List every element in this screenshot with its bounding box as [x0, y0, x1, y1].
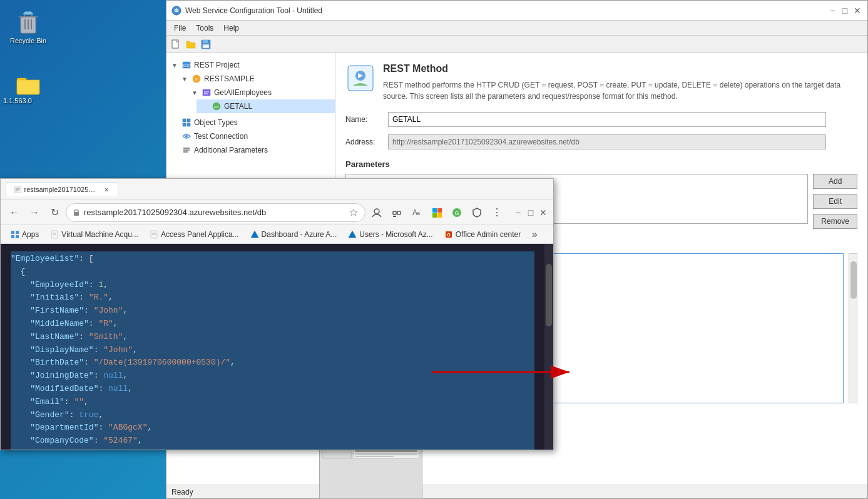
apps-bookmark-label: Apps	[22, 230, 39, 239]
address-input-browser[interactable]	[84, 208, 345, 217]
status-bar: Ready	[166, 485, 867, 498]
svg-point-23	[185, 135, 188, 138]
svg-text:a: a	[417, 210, 420, 216]
getallempl-icon	[202, 88, 212, 98]
version-text: 1.1.563.0	[3, 97, 32, 104]
bookmark-users[interactable]: Users - Microsoft Az...	[343, 229, 437, 240]
open-button[interactable]	[184, 38, 198, 51]
getallempl-label: GetAllEmployees	[214, 88, 272, 97]
recycle-bin-icon[interactable]: Recycle Bin	[6, 9, 50, 44]
back-button[interactable]: ←	[6, 204, 23, 221]
json-line-15: "CompanyCode": "52467",	[11, 435, 534, 448]
json-viewer: "EmployeeList": [ { "EmployeeId": 1, "In…	[1, 244, 544, 450]
name-input[interactable]	[388, 112, 826, 127]
edit-button[interactable]: Edit	[813, 194, 857, 209]
restsample-label: RESTSAMPLE	[204, 74, 255, 83]
tree-item-restsample[interactable]: ▼ R RESTSAMPLE	[176, 72, 335, 86]
address-input[interactable]	[388, 134, 826, 149]
tree-item-test-connection[interactable]: Test Connection	[166, 129, 335, 143]
json-line-1: "EmployeeList": [	[11, 253, 534, 266]
parameters-section-title: Parameters	[345, 159, 857, 169]
json-line-4: "Initials": "R.",	[11, 291, 534, 305]
browser-maximize-button[interactable]: □	[526, 208, 536, 218]
svg-text:R: R	[195, 78, 198, 81]
file-menu[interactable]: File	[169, 23, 191, 34]
bookmark-apps[interactable]: Apps	[6, 229, 44, 240]
svg-rect-48	[16, 231, 19, 234]
office-icon: O	[444, 230, 453, 239]
expand-icon-test	[171, 133, 179, 140]
expand-icon-2: ▼	[181, 76, 189, 83]
tools-menu[interactable]: Tools	[191, 23, 218, 34]
maximize-button[interactable]: □	[840, 6, 850, 16]
dashboard-bookmark-label: Dashboard - Azure A...	[262, 230, 337, 239]
browser-scrollbar[interactable]	[544, 244, 553, 450]
green-circle-button[interactable]: G	[448, 204, 466, 221]
tree-item-object-types[interactable]: Object Types	[166, 116, 335, 129]
rest-project-label: REST Project	[194, 61, 239, 69]
minimize-button[interactable]: −	[827, 6, 837, 16]
recycle-bin-image	[16, 9, 41, 34]
svg-rect-47	[11, 231, 14, 234]
svg-point-35	[374, 209, 379, 214]
add-button[interactable]: Add	[813, 174, 857, 189]
windows-button[interactable]	[428, 204, 446, 221]
remove-button[interactable]: Remove	[813, 214, 857, 229]
svg-text:REST: REST	[181, 64, 191, 68]
browser-tab-active[interactable]: restsample20171025092... ✕	[6, 182, 118, 196]
bookmark-office-admin[interactable]: O Office Admin center	[439, 229, 526, 240]
svg-marker-34	[350, 209, 357, 216]
svg-rect-21	[183, 123, 186, 126]
tree-item-getall[interactable]: GET GETALL	[197, 99, 335, 113]
page-icon-vm	[50, 230, 59, 239]
bookmark-access-panel[interactable]: Access Panel Applica...	[145, 229, 244, 240]
extensions-button[interactable]	[388, 204, 406, 221]
expand-icon: ▼	[171, 62, 179, 69]
sample-response-scrollbar[interactable]	[849, 253, 857, 403]
detail-description: REST method performs the HTTP CRUD (GET …	[383, 79, 857, 102]
scrollbar-thumb[interactable]	[850, 261, 857, 299]
folder-image	[16, 72, 41, 97]
tree-item-getallempl[interactable]: ▼ GetAllEmployees	[186, 86, 335, 99]
expand-icon-obj	[171, 119, 179, 126]
browser-close-button[interactable]: ✕	[538, 208, 548, 218]
svg-text:O: O	[447, 233, 451, 237]
more-options-button[interactable]: ⋮	[488, 204, 506, 221]
browser-scrollbar-thumb[interactable]	[546, 264, 552, 326]
address-bar-container[interactable]	[66, 203, 365, 222]
svg-rect-44	[437, 213, 442, 218]
restsample-icon: R	[191, 74, 202, 84]
json-line-5: "FirstName": "John",	[11, 305, 534, 318]
browser-content: "EmployeeList": [ { "EmployeeId": 1, "In…	[1, 244, 553, 450]
browser-toolbar-actions: A a G	[368, 204, 506, 221]
browser-tab-close-button[interactable]: ✕	[102, 185, 110, 194]
account-button[interactable]	[368, 204, 385, 221]
additional-params-label: Additional Parameters	[194, 146, 268, 154]
more-bookmarks-button[interactable]: »	[527, 227, 542, 242]
forward-button[interactable]: →	[26, 204, 43, 221]
bookmark-virtual-machine[interactable]: Virtual Machine Acqu...	[45, 229, 143, 240]
new-button[interactable]	[169, 38, 183, 51]
close-button[interactable]: ✕	[852, 6, 862, 16]
help-menu[interactable]: Help	[218, 23, 244, 34]
browser-window-controls: − □ ✕	[513, 208, 548, 218]
save-button[interactable]	[199, 38, 213, 51]
svg-rect-33	[74, 212, 79, 216]
folder-icon[interactable]	[6, 72, 50, 99]
translate-button[interactable]: A a	[408, 204, 426, 221]
svg-rect-42	[437, 208, 442, 213]
bookmark-dashboard[interactable]: Dashboard - Azure A...	[245, 229, 342, 240]
address-label: Address:	[345, 138, 383, 146]
svg-rect-38	[393, 216, 396, 217]
browser-minimize-button[interactable]: −	[513, 208, 523, 218]
tree-item-additional-params[interactable]: Additional Parameters	[166, 143, 335, 157]
bookmark-star-icon[interactable]	[349, 208, 359, 218]
browser-tab-label: restsample20171025092...	[24, 186, 98, 193]
json-line-16: "UserName": "4441",	[11, 448, 534, 450]
svg-rect-49	[11, 235, 14, 238]
refresh-button[interactable]: ↻	[46, 204, 63, 221]
expand-icon-add	[171, 147, 179, 154]
tree-item-rest-project[interactable]: ▼ REST REST Project	[166, 58, 335, 72]
shield-button[interactable]	[468, 204, 486, 221]
detail-header: REST Method REST method performs the HTT…	[345, 63, 857, 102]
